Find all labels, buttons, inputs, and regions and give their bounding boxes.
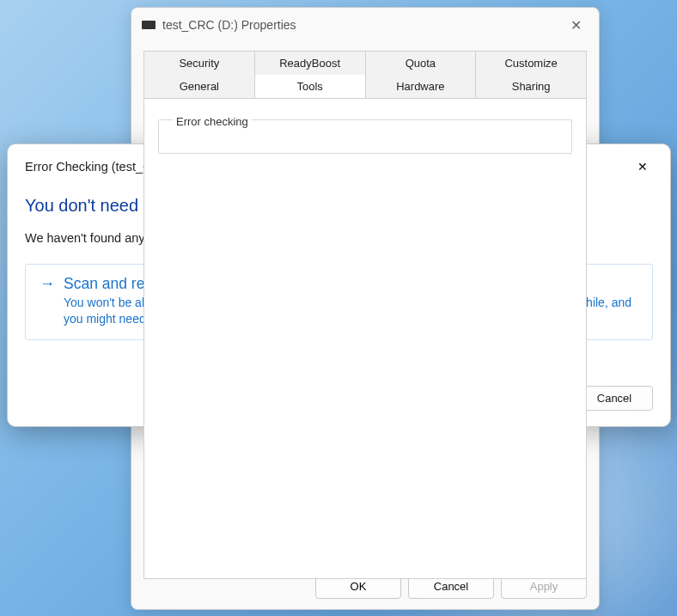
properties-title: test_CRC (D:) Properties bbox=[162, 18, 296, 32]
tab-security[interactable]: Security bbox=[143, 51, 255, 75]
error-dialog-cancel-button[interactable]: Cancel bbox=[576, 386, 653, 411]
tab-customize[interactable]: Customize bbox=[476, 51, 587, 75]
tab-quota[interactable]: Quota bbox=[366, 51, 477, 75]
tab-row-2: General Tools Hardware Sharing bbox=[143, 75, 587, 98]
tab-content-tools: Error checking bbox=[143, 98, 587, 579]
properties-close-button[interactable]: ✕ bbox=[564, 14, 589, 37]
error-dialog-close-button[interactable]: ✕ bbox=[632, 158, 653, 175]
error-dialog-button-row: Cancel bbox=[576, 386, 653, 411]
tab-general[interactable]: General bbox=[143, 75, 255, 98]
properties-window: test_CRC (D:) Properties ✕ Security Read… bbox=[131, 7, 600, 610]
error-checking-group: Error checking bbox=[158, 119, 572, 154]
error-checking-group-label: Error checking bbox=[173, 115, 252, 128]
tab-hardware[interactable]: Hardware bbox=[366, 75, 477, 98]
drive-icon bbox=[142, 21, 156, 29]
tab-sharing[interactable]: Sharing bbox=[476, 75, 587, 98]
tab-readyboost[interactable]: ReadyBoost bbox=[255, 51, 366, 75]
arrow-right-icon: → bbox=[40, 275, 55, 294]
properties-titlebar: test_CRC (D:) Properties ✕ bbox=[131, 8, 599, 42]
tab-row-1: Security ReadyBoost Quota Customize bbox=[143, 51, 587, 75]
tab-area: Security ReadyBoost Quota Customize Gene… bbox=[131, 42, 599, 579]
tab-tools[interactable]: Tools bbox=[255, 75, 366, 98]
